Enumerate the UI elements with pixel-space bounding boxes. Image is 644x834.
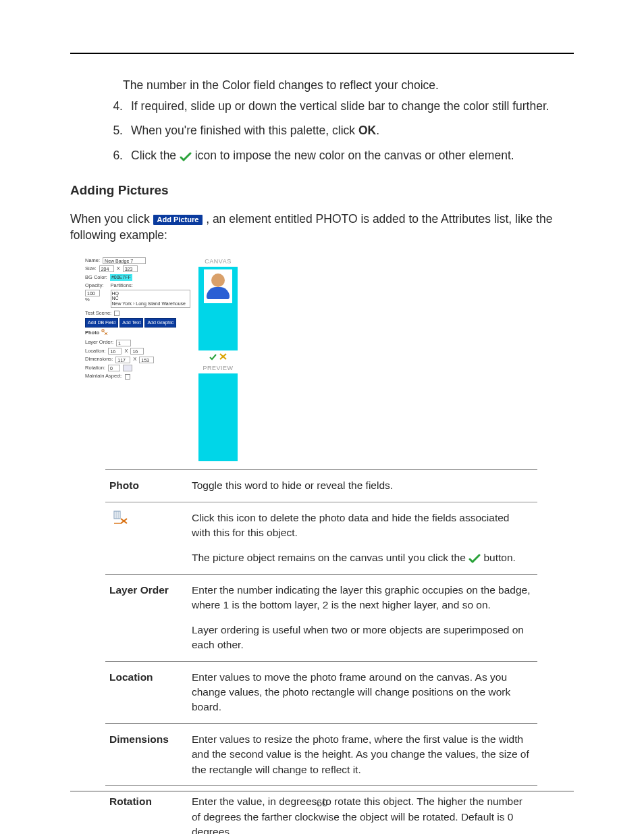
step-text-pre: Click the — [131, 149, 180, 162]
partition-item[interactable]: New York › Long Island Warehouse — [112, 301, 189, 307]
delete-desc-2-post: button. — [483, 552, 515, 563]
preview-label: PREVIEW — [203, 364, 233, 373]
intro-pre: When you click — [70, 212, 153, 226]
step-text: Click the icon to impose the new color o… — [131, 147, 514, 165]
row-key: Dimensions — [105, 723, 188, 785]
dimensions-label: Dimensions: — [85, 356, 113, 363]
step-text-post: icon to impose the new color on the canv… — [195, 149, 514, 162]
confirm-check-icon — [468, 550, 481, 565]
step-number: 6. — [111, 147, 123, 164]
testscene-checkbox[interactable] — [114, 311, 119, 316]
photo-placeholder[interactable] — [204, 269, 232, 303]
add-db-field-button[interactable]: Add DB Field — [85, 318, 118, 328]
row-value: Enter the number indicating the layer th… — [188, 574, 537, 661]
step-number: 4. — [111, 98, 123, 115]
delete-desc-2-pre: The picture object remains on the canvas… — [192, 552, 468, 563]
layer-desc-1: Enter the number indicating the layer th… — [192, 583, 531, 613]
step-number: 5. — [111, 122, 123, 139]
row-key: Photo — [105, 470, 188, 502]
dim-sep: X — [133, 356, 136, 363]
intro-sentence: The number in the Color field changes to… — [70, 77, 574, 94]
location-sep: X — [124, 348, 128, 355]
size-height-field[interactable]: 323 — [123, 265, 138, 272]
location-y-field[interactable]: 16 — [130, 348, 144, 355]
preview-column: CANVAS PREVIEW — [198, 257, 238, 461]
location-x-field[interactable]: 16 — [108, 348, 122, 355]
delete-desc-1: Click this icon to delete the photo data… — [192, 511, 531, 541]
page-footer: 60 — [70, 791, 574, 808]
ok-label: OK — [358, 124, 376, 137]
canvas-label: CANVAS — [205, 257, 231, 266]
partitions-label: Partitions: — [111, 282, 190, 290]
row-value: Click this icon to delete the photo data… — [188, 502, 537, 574]
attributes-definitions-table: Photo Toggle this word to hide or reveal… — [105, 469, 537, 834]
size-width-field[interactable]: 204 — [99, 265, 114, 272]
confirm-check-icon — [180, 148, 192, 165]
layer-order-field[interactable]: 1 — [116, 340, 131, 346]
row-key: Location — [105, 661, 188, 723]
delete-desc-2: The picture object remains on the canvas… — [192, 550, 531, 566]
avatar-head-icon — [211, 273, 225, 287]
maintain-aspect-label: Maintain Aspect: — [85, 373, 122, 380]
row-value: Enter values to move the photo frame aro… — [188, 661, 537, 723]
size-label: Size: — [85, 265, 97, 273]
dim-h-field[interactable]: 153 — [139, 357, 154, 363]
name-label: Name: — [85, 257, 100, 265]
attributes-form: Name: New Badge 7 Size: 204 X 323 BG Col… — [85, 257, 190, 382]
partition-item[interactable]: HQ — [112, 291, 189, 296]
step-text-post: . — [376, 124, 379, 137]
row-key: Layer Order — [105, 574, 188, 661]
layer-desc-2: Layer ordering is useful when two or mor… — [192, 623, 531, 653]
table-row: Layer Order Enter the number indicating … — [105, 574, 537, 661]
name-field[interactable]: New Badge 7 — [103, 257, 146, 264]
dim-w-field[interactable]: 117 — [115, 357, 130, 363]
partitions-list[interactable]: HQ NC New York › Long Island Warehouse — [111, 290, 190, 308]
avatar-body-icon — [207, 287, 230, 299]
row-value: Toggle this word to hide or reveal the f… — [188, 470, 537, 502]
row-value: Enter values to resize the photo frame, … — [188, 723, 537, 785]
attributes-panel-mock: Name: New Badge 7 Size: 204 X 323 BG Col… — [85, 257, 574, 461]
section-intro: When you click Add Picture , an element … — [70, 211, 574, 244]
numbered-steps: 4. If required, slide up or down the ver… — [70, 98, 574, 165]
delete-photo-icon[interactable] — [101, 329, 108, 338]
step-text: If required, slide up or down the vertic… — [131, 98, 549, 115]
opacity-field[interactable]: 100 — [85, 290, 100, 296]
opacity-pct: % — [85, 296, 104, 304]
rotation-dropdown[interactable] — [123, 365, 132, 371]
bgcolor-label: BG Color: — [85, 274, 107, 282]
rotation-label: Rotation: — [85, 365, 105, 372]
table-row: Dimensions Enter values to resize the ph… — [105, 723, 537, 785]
preview-area — [198, 373, 238, 461]
add-text-button[interactable]: Add Text — [119, 318, 143, 328]
layer-order-label: Layer Order: — [85, 339, 113, 346]
section-heading: Adding Pictures — [70, 182, 574, 200]
step-text-pre: When you're finished with this palette, … — [131, 124, 358, 137]
testscene-label: Test Scene: — [85, 310, 111, 317]
opacity-label: Opacity: — [85, 282, 104, 290]
size-x: X — [117, 265, 120, 273]
confirm-check-icon[interactable] — [209, 353, 217, 362]
step-text: When you're finished with this palette, … — [131, 122, 379, 139]
table-row: Photo Toggle this word to hide or reveal… — [105, 470, 537, 502]
partition-item[interactable]: NC — [112, 296, 189, 301]
bgcolor-field[interactable]: #00E7FF — [110, 274, 132, 281]
svg-rect-0 — [114, 511, 120, 519]
add-picture-button[interactable]: Add Picture — [153, 215, 203, 225]
photo-toggle-label[interactable]: Photo — [85, 330, 99, 337]
row-key-icon — [105, 502, 188, 574]
cancel-x-icon[interactable] — [219, 353, 227, 362]
page-number: 60 — [317, 797, 328, 808]
rotation-field[interactable]: 0 — [108, 365, 120, 371]
maintain-aspect-checkbox[interactable] — [125, 374, 130, 380]
location-label: Location: — [85, 348, 105, 355]
delete-photo-icon — [113, 511, 128, 528]
add-graphic-button[interactable]: Add Graphic — [144, 318, 176, 328]
canvas-area[interactable] — [198, 267, 238, 350]
table-row: Location Enter values to move the photo … — [105, 661, 537, 723]
header-rule — [70, 53, 574, 54]
table-row: Click this icon to delete the photo data… — [105, 502, 537, 574]
